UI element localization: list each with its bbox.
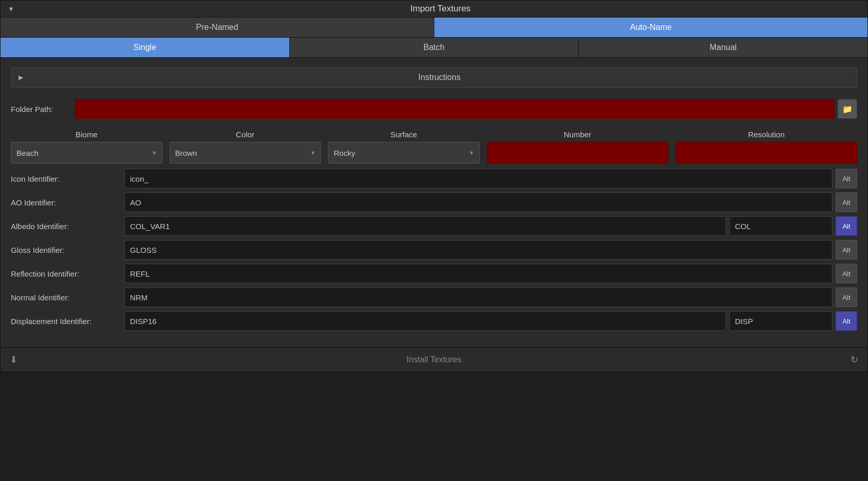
gloss-identifier-row: Gloss Identifier: Alt [11,240,857,260]
instructions-bar[interactable]: ▶ Instructions [11,67,857,88]
ao-identifier-input[interactable] [124,193,832,212]
icon-identifier-row: Icon Identifier: Alt [11,169,857,188]
main-window: ▼ Import Textures Pre-Named Auto-Name Si… [0,0,868,372]
albedo-alt-button[interactable]: Alt [836,216,857,236]
instructions-label: Instructions [29,73,849,82]
resolution-group: Resolution [676,130,857,164]
resolution-label: Resolution [676,130,857,139]
albedo-identifier-input[interactable] [124,216,726,236]
ao-identifier-row: AO Identifier: Alt [11,193,857,212]
biome-group: Biome Beach [11,130,162,164]
tab-batch[interactable]: Batch [290,38,579,57]
normal-identifier-label: Normal Identifier: [11,293,124,302]
ao-identifier-label: AO Identifier: [11,198,124,207]
albedo-identifier-row: Albedo Identifier: Alt [11,216,857,236]
mode-tab-row: Single Batch Manual [1,38,867,58]
surface-label: Surface [328,130,480,139]
folder-path-label: Folder Path: [11,105,68,114]
identifier-section: Icon Identifier: Alt AO Identifier: Alt … [11,169,857,331]
biome-label: Biome [11,130,162,139]
title-bar: ▼ Import Textures [1,1,867,18]
instructions-arrow-icon: ▶ [19,74,23,81]
icon-identifier-label: Icon Identifier: [11,174,124,183]
albedo-identifier-label: Albedo Identifier: [11,222,124,231]
top-tab-row: Pre-Named Auto-Name [1,18,867,38]
reflection-identifier-row: Reflection Identifier: Alt [11,264,857,283]
displacement-identifier-row: Displacement Identifier: Alt [11,311,857,331]
color-select[interactable]: Brown [170,142,321,164]
displacement-identifier-input[interactable] [124,311,726,331]
icon-identifier-input[interactable] [124,169,832,188]
ao-alt-button[interactable]: Alt [836,193,857,212]
tab-pre-named[interactable]: Pre-Named [1,18,434,37]
biome-select[interactable]: Beach [11,142,162,164]
displacement-identifier-label: Displacement Identifier: [11,317,124,326]
albedo-identifier-alt-input[interactable] [729,216,832,236]
number-group: Number [487,130,668,164]
number-label: Number [487,130,668,139]
displacement-identifier-alt-input[interactable] [729,311,832,331]
title-arrow-icon: ▼ [8,5,14,13]
main-content: ▶ Instructions Folder Path: 📁 Biome Beac… [1,58,867,340]
folder-path-row: Folder Path: 📁 [11,99,857,119]
tab-manual[interactable]: Manual [579,38,867,57]
resolution-input[interactable] [676,142,857,164]
normal-identifier-row: Normal Identifier: Alt [11,287,857,307]
surface-select-wrapper: Rocky [328,142,480,164]
normal-identifier-input[interactable] [124,287,832,307]
surface-select[interactable]: Rocky [328,142,480,164]
browse-button[interactable]: 📁 [838,99,857,119]
icon-alt-button[interactable]: Alt [836,169,857,188]
install-textures-button[interactable]: Install Textures [23,355,845,364]
bottom-bar: ⬇ Install Textures ↻ [1,347,867,372]
displacement-alt-button[interactable]: Alt [836,311,857,331]
biome-select-wrapper: Beach [11,142,162,164]
color-select-wrapper: Brown [170,142,321,164]
gloss-identifier-input[interactable] [124,240,832,260]
window-title: Import Textures [21,4,860,14]
normal-alt-button[interactable]: Alt [836,287,857,307]
gloss-alt-button[interactable]: Alt [836,240,857,260]
folder-path-input[interactable] [75,99,834,119]
reflection-alt-button[interactable]: Alt [836,264,857,283]
color-group: Color Brown [170,130,321,164]
color-label: Color [170,130,321,139]
tab-auto-name[interactable]: Auto-Name [434,18,867,37]
download-icon: ⬇ [10,354,18,365]
dropdowns-row: Biome Beach Color Brown Surface [11,130,857,164]
reflection-identifier-label: Reflection Identifier: [11,269,124,278]
refresh-icon[interactable]: ↻ [850,354,858,365]
gloss-identifier-label: Gloss Identifier: [11,246,124,254]
tab-single[interactable]: Single [1,38,290,57]
browse-icon: 📁 [842,104,853,114]
reflection-identifier-input[interactable] [124,264,832,283]
surface-group: Surface Rocky [328,130,480,164]
number-input[interactable] [487,142,668,164]
